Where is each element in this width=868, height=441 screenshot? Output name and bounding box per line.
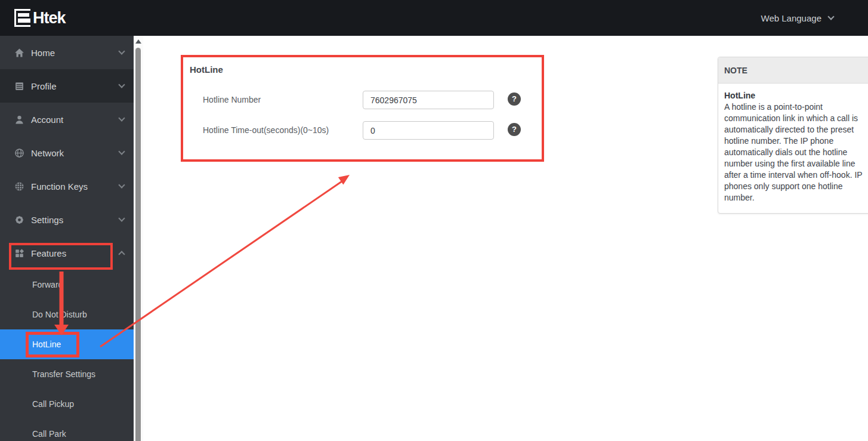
chevron-down-icon[interactable] [118,181,125,188]
subitem-label: Forward [32,280,63,289]
sidebar-item-label: Settings [31,215,63,225]
function-keys-icon [14,181,24,192]
hotline-timeout-label: Hotline Time-out(seconds)(0~10s) [203,125,329,135]
sidebar-item-label: Profile [31,81,57,91]
chevron-down-icon[interactable] [118,115,125,121]
chevron-up-icon[interactable] [118,251,125,257]
profile-icon [14,81,24,91]
sidebar-item-network[interactable]: Network [0,136,134,169]
subitem-label: Call Pickup [32,399,74,409]
note-body: HotLine A hotline is a point-to-point co… [718,84,868,213]
settings-gear-icon [14,215,24,225]
hotline-number-label: Hotline Number [203,95,261,104]
diagonal-arrow-head [338,175,350,184]
subitem-label: Do Not Disturb [32,310,87,319]
help-icon[interactable]: ? [508,92,521,106]
sidebar-item-label: Features [31,248,66,258]
scrollbar-thumb[interactable] [135,48,141,441]
sidebar-subitem-call-park[interactable]: Call Park [0,419,134,441]
subitem-label: HotLine [32,340,61,349]
sidebar-item-settings[interactable]: Settings [0,203,134,236]
sidebar-item-home[interactable]: Home [0,36,134,69]
sidebar-item-label: Home [31,48,55,58]
chevron-down-icon [827,13,834,20]
sidebar-item-profile[interactable]: Profile [0,69,134,103]
sidebar-item-features[interactable]: Features [0,236,134,270]
sidebar-subitem-transfer-settings[interactable]: Transfer Settings [0,359,134,389]
htek-web-admin: Htek Web Language Home Profile [0,0,868,441]
sidebar-item-label: Function Keys [31,181,88,192]
sidebar-item-label: Account [31,115,63,125]
htek-logo: Htek [14,9,66,27]
subitem-label: Call Park [32,429,66,439]
sidebar-item-account[interactable]: Account [0,103,134,136]
web-language-label: Web Language [761,13,821,23]
chevron-down-icon[interactable] [118,81,125,88]
htek-logo-icon [14,9,30,27]
sidebar-item-function-keys[interactable]: Function Keys [0,169,134,203]
sidebar-subitem-call-pickup[interactable]: Call Pickup [0,389,134,419]
network-icon [14,148,24,158]
scroll-up-arrow-icon[interactable] [135,39,141,44]
page-title: HotLine [190,64,223,75]
hotline-timeout-input[interactable] [363,121,494,140]
sidebar-item-label: Network [31,148,64,158]
chevron-down-icon[interactable] [118,215,125,221]
note-text: A hotline is a point-to-point communicat… [724,101,867,203]
sidebar-scrollbar[interactable] [134,36,143,441]
home-icon [14,48,24,58]
top-bar: Htek Web Language [0,0,868,36]
hotline-number-input[interactable] [363,91,494,109]
note-subtitle: HotLine [724,90,867,101]
chevron-down-icon[interactable] [118,48,125,54]
web-language-dropdown[interactable]: Web Language [761,0,833,36]
note-title: NOTE [718,57,868,84]
account-icon [14,115,24,125]
sidebar-subitem-hotline[interactable]: HotLine [0,329,134,359]
note-panel: NOTE HotLine A hotline is a point-to-poi… [718,57,868,214]
sidebar-nav: Home Profile Account [0,36,134,441]
logo-text: Htek [33,9,66,27]
sidebar-subitem-forward[interactable]: Forward [0,270,134,300]
subitem-label: Transfer Settings [32,369,95,379]
help-icon[interactable]: ? [508,123,521,136]
chevron-down-icon[interactable] [118,148,125,155]
sidebar-subitem-do-not-disturb[interactable]: Do Not Disturb [0,300,134,329]
features-icon [14,248,24,258]
